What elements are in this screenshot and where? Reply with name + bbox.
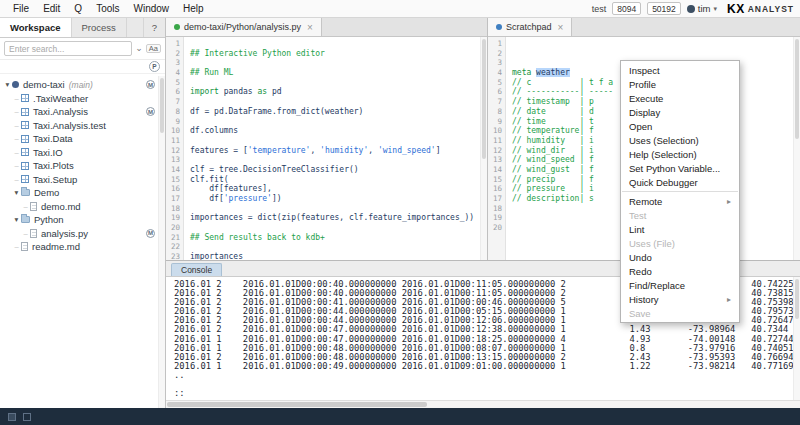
tree-item-taxi-plots[interactable]: –Taxi.Plots (0, 159, 165, 173)
tree-item-demo-md[interactable]: –demo.md (0, 200, 165, 214)
tree-item-taxiweather[interactable]: –.TaxiWeather (0, 92, 165, 106)
expander-icon[interactable]: ▾ (3, 80, 12, 89)
user-menu[interactable]: tim ▾ (687, 3, 717, 14)
context-menu-item-lint[interactable]: Lint (621, 222, 739, 236)
scrollbar-thumb[interactable] (160, 78, 164, 133)
scrollbar-thumb[interactable] (482, 39, 486, 159)
menu-item-label: Uses (File) (629, 238, 675, 249)
menu-item-label: Remote (629, 196, 662, 207)
sidebar-toolbar: P (0, 60, 165, 74)
close-icon[interactable]: × (307, 22, 313, 33)
grid-icon (21, 121, 29, 129)
sidebar-tab-help[interactable]: ? (143, 18, 165, 37)
tab-label: demo-taxi/Python/analysis.py (184, 22, 301, 32)
code-line: ## Interactive Python editor (190, 49, 487, 59)
menu-separator (622, 191, 738, 192)
context-menu-item-quick-debugger[interactable]: Quick Debugger (621, 175, 739, 189)
context-menu-item-profile[interactable]: Profile (621, 77, 739, 91)
menu-window[interactable]: Window (127, 3, 177, 14)
close-icon[interactable]: × (558, 22, 564, 33)
statusbar-icon-2[interactable] (23, 413, 31, 421)
menu-item-label: Quick Debugger (629, 177, 698, 188)
menu-item-label: History (629, 294, 659, 305)
context-menu-item-open[interactable]: Open (621, 119, 739, 133)
context-menu-item-inspect[interactable]: Inspect (621, 63, 739, 77)
modified-badge: M (146, 107, 155, 116)
menu-file[interactable]: File (6, 3, 36, 14)
process-filter-icon[interactable]: P (149, 61, 160, 72)
menu-item-label: Redo (629, 266, 652, 277)
tree-item-taxi-io[interactable]: –Taxi.IO (0, 146, 165, 160)
tree-item-analysis-py[interactable]: –analysis.pyM (0, 227, 165, 241)
scrollbar-thumb[interactable] (795, 279, 799, 319)
search-input[interactable] (4, 41, 132, 56)
tree-item-label: readme.md (32, 241, 80, 252)
statusbar-icon-1[interactable] (8, 413, 16, 421)
line-number: 17 (166, 194, 180, 204)
scrollbar-thumb[interactable] (167, 402, 427, 407)
line-number: 5 (166, 78, 180, 88)
menu-help[interactable]: Help (176, 3, 211, 14)
tree-item-python[interactable]: ▾Python (0, 213, 165, 227)
tree-item-taxi-setup[interactable]: –Taxi.Setup (0, 173, 165, 187)
editor-scrollbar[interactable] (480, 37, 487, 260)
tree-item-taxi-analysis-test[interactable]: –Taxi.Analysis.test (0, 119, 165, 133)
line-number: 19 (166, 213, 180, 223)
chevron-down-icon[interactable]: ⌄ (135, 44, 143, 53)
code-line: df['pressure']) (190, 194, 487, 204)
context-menu-item-undo[interactable]: Undo (621, 250, 739, 264)
console-hscrollbar[interactable] (166, 400, 800, 408)
tree-item-demo[interactable]: ▾Demo (0, 186, 165, 200)
tab-console[interactable]: Console (171, 263, 222, 276)
context-menu-item-find-replace[interactable]: Find/Replace (621, 278, 739, 292)
tree-item-demo-taxi[interactable]: ▾demo-taxi(main)M (0, 78, 165, 92)
sidebar-scrollbar[interactable] (158, 76, 165, 408)
menu-q[interactable]: Q (67, 3, 89, 14)
menu-items: FileEditQToolsWindowHelp (6, 3, 211, 14)
tree-item-label: Python (34, 214, 64, 225)
line-number: 2 (488, 49, 502, 59)
tree-item-label: .TaxiWeather (33, 93, 88, 104)
context-menu-item-remote[interactable]: Remote▸ (621, 194, 739, 208)
line-number: 22 (166, 242, 180, 252)
menu-item-label: Inspect (629, 65, 660, 76)
context-menu-item-display[interactable]: Display (621, 105, 739, 119)
port-secondary[interactable]: 50192 (647, 2, 681, 15)
line-numbers: 1234567891011121314151617181920 (488, 37, 506, 260)
match-case-icon[interactable]: Aa (146, 44, 161, 54)
tree-item-label: Taxi.Analysis.test (33, 120, 106, 131)
port-primary[interactable]: 8094 (612, 2, 641, 15)
line-number: 23 (166, 252, 180, 260)
menu-tools[interactable]: Tools (89, 3, 126, 14)
context-menu-item-redo[interactable]: Redo (621, 264, 739, 278)
context-menu-item-help-selection[interactable]: Help (Selection) (621, 147, 739, 161)
sidebar-tab-workspace[interactable]: Workspace (0, 18, 72, 37)
tab-scratchpad[interactable]: Scratchpad × (488, 18, 572, 36)
code-line (190, 97, 487, 107)
context-menu-item-uses-selection[interactable]: Uses (Selection) (621, 133, 739, 147)
menu-item-label: Save (629, 308, 651, 319)
context-menu-item-history[interactable]: History▸ (621, 292, 739, 306)
tree-item-readme-md[interactable]: –readme.md (0, 240, 165, 254)
kx-analyst-logo: KX ANALYST (727, 2, 794, 16)
code-line (190, 78, 487, 88)
context-menu-item-set-python-variable[interactable]: Set Python Variable... (621, 161, 739, 175)
sidebar-tab-process[interactable]: Process (72, 18, 127, 37)
console-vscrollbar[interactable] (793, 277, 800, 400)
code-line: importances (190, 252, 487, 260)
expander-icon[interactable]: ▾ (12, 188, 21, 197)
code-line: df[features], (190, 184, 487, 194)
tree-item-label: Taxi.IO (33, 147, 63, 158)
expander-icon[interactable]: ▾ (12, 215, 21, 224)
scrollbar-thumb[interactable] (795, 39, 799, 139)
context-menu-item-execute[interactable]: Execute (621, 91, 739, 105)
code-content[interactable]: ## Interactive Python editor ## Run ML i… (184, 37, 487, 260)
tree-item-suffix: (main) (69, 80, 93, 90)
editor-scrollbar[interactable] (793, 37, 800, 260)
tree-item-taxi-data[interactable]: –Taxi.Data (0, 132, 165, 146)
line-number: 2 (166, 49, 180, 59)
context-menu-item-test: Test (621, 208, 739, 222)
tree-item-taxi-analysis[interactable]: –Taxi.AnalysisM (0, 105, 165, 119)
tab-analysis-py[interactable]: demo-taxi/Python/analysis.py × (166, 18, 322, 36)
menu-edit[interactable]: Edit (36, 3, 67, 14)
